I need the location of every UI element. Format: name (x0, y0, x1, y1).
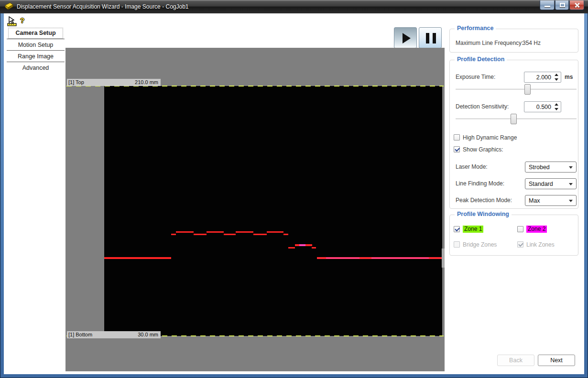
wizard-window: Displacement Sensor Acquisition Wizard -… (0, 0, 588, 378)
nav-separator (7, 50, 65, 51)
laser-segment (253, 234, 267, 235)
detection-sensitivity-label: Detection Sensitivity: (456, 103, 509, 110)
max-line-frequency-value: 354 Hz (523, 40, 541, 46)
minimize-icon (544, 6, 550, 7)
bottom-range-label: [1] Bottom 30.0 mm (67, 331, 161, 338)
laser-mode-label: Laser Mode: (456, 163, 488, 170)
link-zones-label: Link Zones (526, 241, 555, 248)
show-graphics-label: Show Graphics: (463, 146, 503, 153)
chevron-down-icon (569, 183, 573, 185)
pause-button[interactable] (419, 27, 442, 48)
spin-up-icon (555, 74, 558, 76)
chevron-down-icon (569, 166, 573, 169)
wizard-nav: Camera Setup Motion Setup Range Image Ad… (7, 28, 65, 73)
nav-separator (7, 39, 65, 39)
exposure-slider-thumb[interactable] (524, 84, 531, 95)
sensitivity-slider[interactable] (456, 114, 577, 124)
maximize-button[interactable] (555, 0, 569, 10)
max-line-frequency-label: Maximum Line Frequency: (456, 40, 523, 46)
laser-segment (224, 234, 236, 235)
measure-tool-icon (7, 16, 18, 27)
profile-detection-group: Profile Detection Exposure Time: 2.000 m… (449, 60, 578, 209)
laser-mode-value: Strobed (529, 164, 550, 171)
profile-windowing-group: Profile Windowing Zone 1 Zone 2 Bridge Z… (449, 215, 578, 256)
chevron-down-icon (569, 200, 573, 202)
content-area: ? Camera Setup Motion Setup Range Image … (4, 13, 584, 374)
close-button[interactable] (569, 0, 584, 10)
peak-detection-mode-value: Max (529, 197, 540, 204)
performance-group: Performance Maximum Line Frequency: 354 … (449, 29, 578, 53)
help-button[interactable]: ? (20, 16, 24, 24)
sensor-image (104, 86, 442, 336)
line-finding-mode-label: Line Finding Mode: (456, 180, 504, 187)
measure-tool-button[interactable] (7, 16, 18, 28)
top-range-value: 210.0 mm (135, 79, 158, 86)
next-button[interactable]: Next (538, 355, 575, 366)
sensitivity-spin-buttons[interactable] (553, 102, 560, 112)
zone2-checkbox[interactable] (517, 226, 523, 232)
zone1-chip: Zone 1 (463, 226, 483, 233)
spin-down-icon (555, 108, 558, 110)
laser-segment (283, 234, 288, 235)
hdr-label: High Dynamic Range (463, 134, 517, 141)
nav-item-range-image[interactable]: Range Image (7, 52, 65, 62)
splitter-handle[interactable] (442, 248, 445, 268)
peak-detection-mode-label: Peak Detection Mode: (456, 197, 512, 204)
hdr-checkbox[interactable] (454, 134, 460, 140)
laser-segment (299, 244, 305, 246)
app-icon (4, 2, 14, 11)
laser-segment (267, 231, 283, 233)
bottom-range-value: 30.0 mm (138, 332, 158, 338)
play-icon (403, 33, 411, 43)
top-range-name: [1] Top (68, 79, 84, 86)
nav-item-advanced[interactable]: Advanced (7, 63, 65, 73)
laser-segment (194, 234, 207, 235)
back-button: Back (497, 355, 534, 366)
window-controls (539, 0, 584, 10)
performance-group-title: Performance (455, 25, 496, 32)
laser-segment (207, 231, 224, 233)
close-icon (574, 2, 580, 9)
exposure-slider[interactable] (456, 84, 577, 95)
nav-item-motion-setup[interactable]: Motion Setup (7, 40, 65, 50)
exposure-time-input[interactable]: 2.000 (524, 72, 561, 83)
exposure-unit-label: ms (565, 74, 573, 80)
zone1-label: Zone 1 (463, 226, 483, 232)
maximize-icon (560, 3, 565, 7)
exposure-time-value: 2.000 (536, 74, 551, 81)
laser-segment (326, 258, 359, 259)
laser-segment (288, 247, 295, 248)
camera-image-view: [1] Top 210.0 mm [1] Bottom 30.0 mm (65, 48, 445, 371)
line-finding-mode-select[interactable]: Standard (525, 178, 577, 189)
exposure-slider-track (456, 89, 577, 89)
play-button[interactable] (394, 27, 417, 48)
zone1-checkbox[interactable] (454, 226, 460, 232)
peak-detection-mode-select[interactable]: Max (525, 195, 577, 206)
line-finding-mode-value: Standard (529, 181, 553, 187)
show-graphics-checkbox[interactable] (454, 146, 460, 152)
link-zones-checkbox (517, 241, 523, 248)
laser-segment (176, 231, 194, 233)
nav-separator (7, 62, 65, 62)
laser-segment (371, 258, 429, 259)
exposure-spin-buttons[interactable] (553, 72, 560, 82)
minimize-button[interactable] (540, 0, 555, 10)
laser-mode-select[interactable]: Strobed (525, 162, 577, 173)
detection-sensitivity-input[interactable]: 0.500 (524, 101, 561, 112)
bridge-zones-label: Bridge Zones (463, 241, 497, 248)
exposure-time-label: Exposure Time: (456, 74, 495, 80)
profile-windowing-group-title: Profile Windowing (455, 211, 512, 217)
spin-down-icon (555, 78, 558, 81)
laser-segment (171, 234, 176, 235)
detection-sensitivity-value: 0.500 (536, 104, 551, 110)
zone2-chip: Zone 2 (526, 226, 547, 233)
nav-item-camera-setup[interactable]: Camera Setup (8, 28, 63, 39)
sensitivity-slider-thumb[interactable] (511, 114, 517, 124)
profile-detection-group-title: Profile Detection (455, 56, 507, 63)
bridge-zones-checkbox (454, 241, 460, 248)
laser-segment (312, 247, 316, 248)
laser-segment (104, 257, 171, 259)
help-icon: ? (20, 16, 24, 24)
spin-up-icon (555, 103, 558, 106)
laser-segment (236, 231, 253, 233)
